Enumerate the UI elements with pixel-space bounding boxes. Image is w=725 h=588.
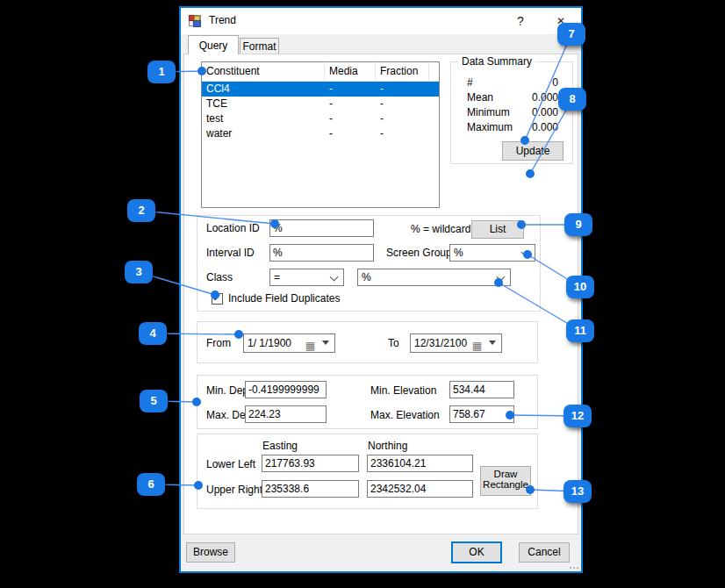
list-button[interactable]: List — [471, 220, 524, 239]
min-elevation-input[interactable] — [449, 381, 514, 398]
query-tab-page: Constituent Media Fraction CCl4 - - TCE … — [183, 54, 578, 534]
cell-media: - — [325, 82, 333, 97]
class-operator-dropdown[interactable]: = — [269, 269, 344, 286]
class-value: % — [362, 271, 371, 283]
interval-id-label: Interval ID — [206, 247, 255, 259]
upper-right-label: Upper Right — [206, 484, 262, 496]
column-header-media[interactable]: Media — [325, 62, 376, 81]
depth-group: Min. Depth Min. Elevation Max. Depth Max… — [197, 375, 538, 429]
location-id-label: Location ID — [206, 222, 260, 234]
cell-fraction: - — [376, 97, 384, 111]
cell-fraction: - — [376, 82, 384, 97]
dropdown-arrow-icon — [489, 341, 496, 345]
cell-fraction: - — [376, 126, 384, 141]
cell-media: - — [325, 111, 333, 126]
minimum-label: Minimum — [467, 106, 510, 118]
tab-format[interactable]: Format — [240, 38, 279, 54]
callout-badge-3: 3 — [125, 261, 153, 283]
class-value-dropdown[interactable]: % — [357, 269, 511, 286]
resize-grip-icon[interactable] — [570, 560, 578, 569]
maximum-value: 0.000 — [506, 121, 558, 133]
wildcard-note: % = wildcard — [411, 223, 470, 235]
callout-badge-7: 7 — [557, 23, 585, 46]
callout-badge-4: 4 — [139, 322, 167, 345]
callout-badge-9: 9 — [564, 213, 592, 236]
interval-id-input[interactable] — [269, 244, 374, 262]
tab-query[interactable]: Query — [188, 35, 239, 54]
cell-media: - — [325, 97, 333, 111]
column-header-fraction[interactable]: Fraction — [376, 62, 429, 81]
cell-constituent: TCE — [202, 97, 227, 111]
location-id-input[interactable] — [269, 219, 374, 237]
chevron-down-icon — [330, 273, 339, 282]
from-date-value: 1/ 1/1900 — [248, 337, 291, 349]
column-header-constituent[interactable]: Constituent — [202, 62, 325, 81]
count-value: 0 — [506, 76, 558, 89]
ok-button[interactable]: OK — [451, 541, 502, 563]
calendar-icon: ▦ — [305, 337, 315, 355]
include-field-duplicates-checkbox[interactable]: ✔ — [212, 293, 223, 305]
window-title: Trend — [209, 14, 236, 26]
callout-badge-6: 6 — [137, 473, 165, 496]
cell-constituent: water — [202, 126, 232, 141]
chevron-down-icon — [521, 248, 530, 257]
screen-group-label: Screen Group — [386, 247, 452, 259]
to-label: To — [388, 337, 399, 349]
screen-group-value: % — [454, 247, 463, 259]
screenshot-stage: Trend ? ✕ Query Format Constituent Media… — [0, 0, 725, 588]
callout-badge-10: 10 — [566, 276, 594, 298]
lower-left-northing-input[interactable] — [367, 455, 473, 472]
list-header: Constituent Media Fraction — [202, 62, 439, 82]
trend-dialog: Trend ? ✕ Query Format Constituent Media… — [179, 6, 583, 573]
callout-badge-13: 13 — [563, 480, 592, 503]
lower-left-easting-input[interactable] — [262, 455, 359, 472]
lower-left-label: Lower Left — [206, 458, 255, 470]
date-range-group: From 1/ 1/1900 ▦ To 12/31/2100 ▦ — [197, 321, 538, 363]
callout-badge-1: 1 — [147, 61, 176, 83]
class-operator-value: = — [274, 271, 280, 283]
calendar-icon: ▦ — [472, 337, 482, 355]
cell-constituent: CCl4 — [202, 82, 230, 97]
callout-badge-5: 5 — [140, 390, 168, 412]
min-elevation-label: Min. Elevation — [370, 384, 436, 397]
check-icon: ✔ — [212, 291, 221, 304]
upper-right-easting-input[interactable] — [262, 480, 359, 498]
list-row-test[interactable]: test - - — [202, 111, 439, 126]
max-elevation-label: Max. Elevation — [370, 409, 440, 421]
dropdown-arrow-icon — [322, 341, 329, 345]
draw-rectangle-button[interactable]: Draw Rectangle — [480, 466, 531, 496]
help-button[interactable]: ? — [509, 11, 532, 31]
to-date-picker[interactable]: 12/31/2100 ▦ — [410, 333, 502, 353]
list-row-ccl4[interactable]: CCl4 - - — [202, 82, 439, 97]
northing-header: Northing — [368, 440, 407, 452]
cell-constituent: test — [202, 111, 223, 126]
list-row-water[interactable]: water - - — [202, 126, 439, 141]
class-label: Class — [206, 271, 233, 283]
app-icon — [189, 15, 201, 26]
screen-group-dropdown[interactable]: % — [449, 244, 535, 262]
group-title: Data Summary — [458, 55, 535, 68]
cell-media: - — [325, 126, 333, 141]
mean-value: 0.000 — [506, 91, 558, 104]
browse-button[interactable]: Browse — [186, 542, 235, 563]
include-field-duplicates-label: Include Field Duplicates — [228, 292, 340, 305]
constituent-list[interactable]: Constituent Media Fraction CCl4 - - TCE … — [201, 61, 440, 208]
title-bar: Trend ? ✕ — [181, 8, 581, 34]
max-elevation-input[interactable] — [449, 405, 514, 423]
draw-rectangle-label-line1: Draw — [481, 469, 530, 479]
upper-right-northing-input[interactable] — [367, 480, 473, 498]
count-label: # — [467, 76, 473, 89]
update-button[interactable]: Update — [502, 141, 563, 161]
to-date-value: 12/31/2100 — [414, 337, 467, 349]
min-depth-input[interactable] — [245, 381, 327, 398]
from-label: From — [206, 337, 231, 349]
easting-header: Easting — [262, 440, 298, 452]
chevron-down-icon — [497, 273, 506, 282]
data-summary-group: Data Summary # 0 Mean 0.000 Minimum 0.00… — [450, 61, 573, 164]
callout-badge-2: 2 — [127, 199, 155, 222]
max-depth-input[interactable] — [245, 405, 327, 423]
cancel-button[interactable]: Cancel — [519, 542, 570, 563]
from-date-picker[interactable]: 1/ 1/1900 ▦ — [243, 333, 335, 353]
callout-badge-12: 12 — [563, 405, 592, 427]
list-row-tce[interactable]: TCE - - — [202, 97, 439, 111]
